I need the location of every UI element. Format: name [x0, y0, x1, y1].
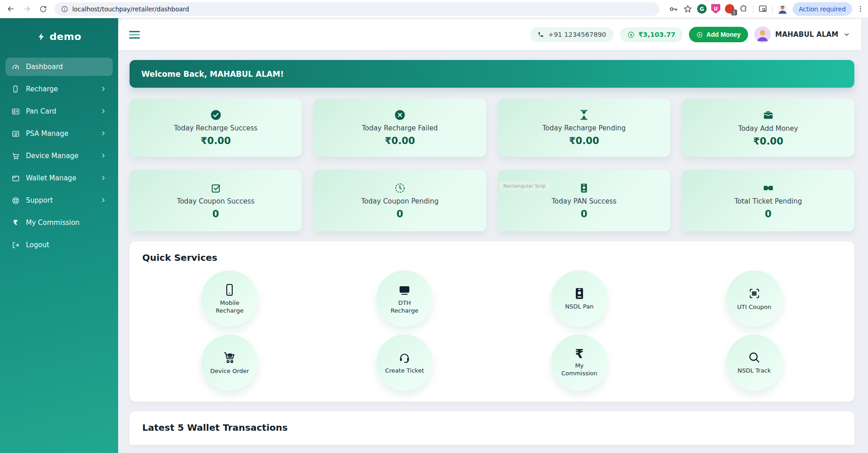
app-logo-text: demo	[50, 31, 81, 42]
chevron-right-icon	[100, 174, 107, 182]
stat-value: ₹0.00	[753, 136, 783, 147]
stat-title: Today Coupon Success	[177, 197, 254, 205]
browser-back-button[interactable]	[4, 2, 17, 16]
passwords-key-icon[interactable]	[668, 4, 678, 14]
browser-menu-icon[interactable]	[857, 5, 864, 13]
grammarly-extension-icon[interactable]: G	[697, 4, 707, 14]
quick-service-nsdl-track[interactable]: NSDL Track	[726, 334, 783, 391]
barcode-icon	[747, 286, 762, 301]
quick-service-mobile-recharge[interactable]: Mobile Recharge	[201, 270, 258, 327]
sidebar-item-recharge[interactable]: Recharge	[5, 80, 113, 98]
smartphone-icon	[11, 85, 20, 94]
dashboard-content: Welcome Back, MAHABUL ALAM! Today Rechar…	[118, 50, 861, 453]
browser-reload-button[interactable]	[36, 2, 50, 16]
extensions-puzzle-icon[interactable]	[739, 4, 748, 14]
action-required-chip[interactable]: Action required	[793, 2, 852, 16]
stat-title: Today PAN Success	[552, 197, 617, 205]
quick-service-create-ticket[interactable]: Create Ticket	[376, 334, 433, 391]
quick-service-nsdl-pan[interactable]: NSDL Pan	[551, 270, 608, 327]
bookmark-star-icon[interactable]	[683, 4, 693, 14]
chevron-right-icon	[100, 130, 107, 137]
sidebar-item-label: Logout	[26, 241, 107, 249]
welcome-text: Welcome Back, MAHABUL ALAM!	[141, 70, 284, 79]
stat-value: 0	[581, 209, 588, 219]
sidebar-item-label: Pan Card	[26, 107, 94, 115]
sidebar-item-label: Support	[26, 196, 94, 204]
logout-icon	[11, 240, 20, 249]
chevron-down-icon	[843, 31, 850, 38]
browser-forward-button[interactable]	[20, 2, 34, 16]
sidebar-item-my-commission[interactable]: ₹ My Commission	[5, 214, 113, 232]
stat-card-ticket-pending: Total Ticket Pending 0	[682, 170, 854, 231]
toolbar-separator	[772, 5, 773, 13]
stat-card-add-money: Today Add Money ₹0.00	[682, 99, 854, 157]
sidebar-item-support[interactable]: Support	[5, 191, 113, 209]
stat-value: 0	[765, 209, 772, 219]
plus-circle-icon	[696, 31, 703, 38]
quick-services-grid: Mobile Recharge DTH Recharge NSDL Pan UT…	[142, 270, 842, 391]
browser-profile-avatar[interactable]	[777, 4, 788, 15]
quick-service-uti-coupon[interactable]: UTI Coupon	[726, 270, 783, 327]
stat-title: Today Add Money	[738, 124, 798, 133]
stat-card-pan-success: Rectangular Snip Today PAN Success 0	[498, 170, 670, 231]
sidebar-item-label: Wallet Manage	[26, 174, 94, 182]
stat-card-coupon-pending: Today Coupon Pending 0	[314, 170, 486, 231]
menu-toggle-button[interactable]	[129, 31, 140, 39]
stat-card-coupon-success: Today Coupon Success 0	[130, 170, 302, 231]
quick-service-device-order[interactable]: Device Order	[201, 334, 258, 391]
sidebar-item-wallet-manage[interactable]: Wallet Manage	[5, 169, 113, 187]
stat-value: ₹0.00	[385, 135, 415, 146]
wallet-transactions-title: Latest 5 Wallet Transactions	[142, 422, 842, 433]
quick-service-dth-recharge[interactable]: DTH Recharge	[376, 270, 433, 327]
blocker-extension[interactable]: 1	[725, 4, 734, 14]
site-info-icon[interactable]	[61, 5, 68, 13]
sidebar-item-label: Device Manage	[26, 152, 94, 160]
sidebar-item-device-manage[interactable]: Device Manage	[5, 147, 113, 165]
stat-card-recharge-pending: Today Recharge Pending ₹0.00	[498, 99, 670, 157]
check-circle-icon	[210, 109, 222, 121]
sidebar-item-logout[interactable]: Logout	[5, 236, 113, 254]
stat-value: ₹0.00	[200, 135, 230, 146]
avatar	[754, 26, 771, 43]
sidebar-item-label: PSA Manage	[26, 129, 94, 138]
sidebar-item-dashboard[interactable]: Dashboard	[5, 58, 113, 76]
quick-services-title: Quick Services	[142, 252, 842, 263]
sidebar-item-psa-manage[interactable]: PSA Manage	[5, 124, 113, 143]
shield-extension-icon[interactable]: U	[711, 4, 720, 14]
welcome-banner: Welcome Back, MAHABUL ALAM!	[130, 60, 854, 88]
user-name: MAHABUL ALAM	[775, 30, 838, 39]
snip-tooltip: Rectangular Snip	[500, 182, 550, 190]
quick-service-my-commission[interactable]: ₹ My Commission	[551, 334, 608, 391]
quick-service-label: Device Order	[210, 368, 249, 375]
side-search-icon[interactable]	[758, 4, 768, 14]
chevron-right-icon	[100, 152, 107, 159]
cart-icon	[11, 151, 20, 160]
wallet-balance: ₹3,103.77	[639, 31, 676, 38]
sidebar-item-pan-card[interactable]: Pan Card	[5, 102, 113, 120]
stat-title: Total Ticket Pending	[734, 197, 802, 205]
address-bar[interactable]: localhost/touchpay/retailer/dashboard	[55, 2, 659, 16]
check-square-icon	[210, 182, 222, 194]
sidebar-item-label: Dashboard	[26, 63, 107, 71]
forward-arrow-icon	[23, 5, 31, 13]
x-circle-icon	[394, 109, 406, 121]
stats-grid: Today Recharge Success ₹0.00 Today Recha…	[130, 99, 854, 231]
stat-card-recharge-success: Today Recharge Success ₹0.00	[130, 99, 302, 157]
stat-title: Today Recharge Failed	[362, 124, 438, 132]
stat-value: 0	[397, 209, 404, 219]
quick-service-label: NSDL Track	[738, 367, 771, 375]
id-card-icon	[11, 107, 20, 116]
stat-card-recharge-failed: Today Recharge Failed ₹0.00	[314, 99, 486, 157]
add-money-button[interactable]: Add Money	[689, 27, 748, 42]
list-icon	[11, 129, 20, 138]
chevron-right-icon	[100, 108, 107, 115]
url-text: localhost/touchpay/retailer/dashboard	[72, 5, 189, 13]
quick-service-label: Mobile Recharge	[209, 299, 250, 315]
sidebar: demo Dashboard Recharge Pan Card PSA Man…	[0, 18, 118, 453]
toolbar-separator	[753, 5, 753, 13]
user-phone-chip: +91 1234567890	[530, 27, 613, 42]
magnifier-icon	[747, 350, 762, 365]
stat-value: 0	[212, 209, 219, 219]
stat-title: Today Recharge Pending	[542, 124, 625, 132]
user-menu[interactable]: MAHABUL ALAM	[754, 26, 850, 43]
